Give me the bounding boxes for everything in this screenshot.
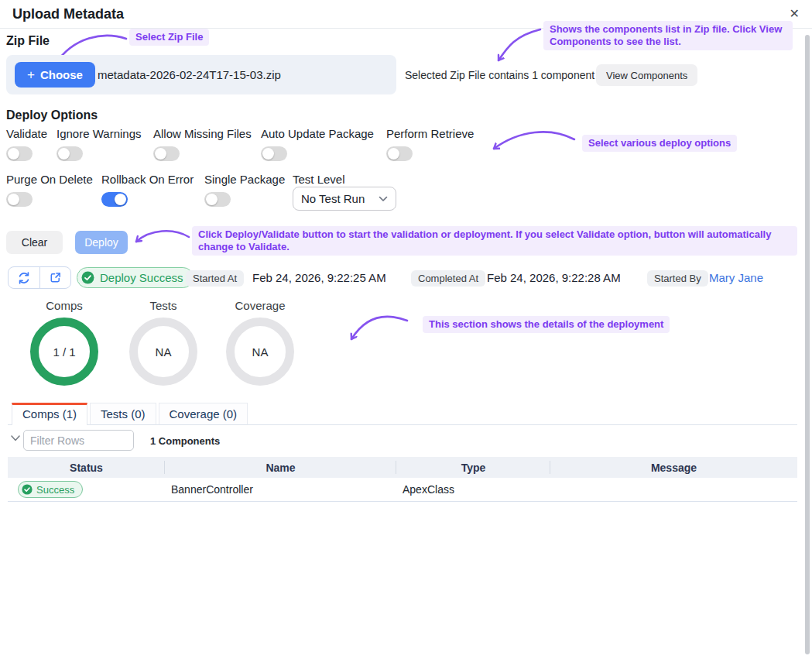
toggle-auto-update-package: Auto Update Package	[261, 127, 374, 161]
metric-value: NA	[252, 345, 269, 359]
toggle-allow-missing-files: Allow Missing Files	[153, 127, 252, 161]
tab-coverage[interactable]: Coverage (0)	[159, 403, 248, 425]
metric-label: Comps	[30, 299, 98, 312]
tests-donut: NA	[129, 318, 197, 386]
table-header: Status Name Type Message	[8, 457, 797, 478]
tab-tests[interactable]: Tests (0)	[90, 403, 156, 425]
metric-value: NA	[156, 345, 172, 359]
test-level-group: Test Level No Test Run	[293, 173, 396, 211]
selected-filename: metadata-2026-02-24T17-15-03.zip	[98, 55, 281, 94]
metric-value: 1 / 1	[53, 345, 75, 359]
column-header-message[interactable]: Message	[550, 457, 797, 478]
column-header-name[interactable]: Name	[165, 457, 396, 478]
toggle-label: Rollback On Error	[101, 173, 194, 186]
toggle-label: Ignore Warnings	[57, 127, 142, 140]
metric-label: Coverage	[226, 299, 294, 312]
type-cell: ApexClass	[396, 483, 550, 496]
coverage-donut: NA	[226, 318, 294, 386]
toggle-single-package: Single Package	[204, 173, 285, 207]
perform-retrieve-toggle[interactable]	[386, 146, 413, 161]
allow-missing-files-toggle[interactable]	[153, 146, 180, 161]
started-at-label: Started At	[186, 270, 244, 287]
name-cell: BannerController	[165, 483, 396, 496]
close-icon[interactable]: ✕	[790, 7, 800, 21]
column-header-status[interactable]: Status	[8, 457, 165, 478]
clear-button[interactable]: Clear	[6, 231, 63, 254]
filter-rows-input[interactable]	[23, 430, 134, 451]
zip-file-field: + Choose metadata-2026-02-24T17-15-03.zi…	[6, 55, 396, 94]
status-badge-label: Deploy Success	[100, 271, 183, 284]
annotation-arrow	[344, 311, 415, 345]
results-tabbar: Comps (1) Tests (0) Coverage (0)	[8, 403, 797, 425]
annotation-deploy-button: Click Deploy/Validate button to start th…	[192, 226, 797, 256]
column-header-type[interactable]: Type	[396, 457, 550, 478]
started-by-user-link[interactable]: Mary Jane	[709, 271, 763, 284]
components-count: 1 Components	[150, 435, 220, 447]
toggle-label: Validate	[6, 127, 47, 140]
toggle-purge-on-delete: Purge On Delete	[6, 173, 93, 207]
toggle-validate: Validate	[6, 127, 47, 161]
toggle-label: Allow Missing Files	[153, 127, 252, 140]
refresh-icon[interactable]	[9, 267, 39, 288]
annotation-deploy-options: Select various deploy options	[582, 135, 737, 152]
plus-icon: +	[27, 68, 35, 81]
open-external-icon[interactable]	[39, 267, 70, 288]
chevron-down-icon	[379, 196, 388, 202]
metric-tests: Tests NA	[129, 299, 197, 386]
metric-comps: Comps 1 / 1	[30, 299, 98, 386]
purge-on-delete-toggle[interactable]	[6, 192, 33, 207]
choose-file-label: Choose	[40, 68, 83, 81]
rollback-on-error-toggle[interactable]	[101, 192, 128, 207]
check-circle-icon	[22, 484, 33, 495]
annotation-select-zip: Select Zip File	[129, 29, 209, 46]
comps-donut: 1 / 1	[30, 318, 98, 386]
test-level-label: Test Level	[293, 173, 396, 186]
metric-label: Tests	[129, 299, 197, 312]
success-badge: Success	[18, 481, 83, 498]
tab-comps[interactable]: Comps (1)	[12, 403, 87, 425]
ignore-warnings-toggle[interactable]	[57, 146, 83, 161]
vertical-scrollbar[interactable]	[805, 35, 810, 654]
deploy-button[interactable]: Deploy	[75, 231, 128, 254]
validate-toggle[interactable]	[6, 146, 33, 161]
table-row[interactable]: Success BannerController ApexClass	[8, 478, 797, 502]
started-at-value: Feb 24, 2026, 9:22:25 AM	[252, 271, 386, 284]
page-title: Upload Metadata	[12, 6, 124, 22]
completed-at-label: Completed At	[411, 270, 485, 287]
annotation-details-section: This section shows the details of the de…	[423, 316, 670, 333]
toggle-rollback-on-error: Rollback On Error	[101, 173, 194, 207]
check-circle-icon	[81, 271, 94, 284]
status-cell: Success	[8, 481, 165, 498]
view-components-button[interactable]: View Components	[596, 64, 697, 86]
upload-metadata-modal: Upload Metadata ✕ Zip File Select Zip Fi…	[0, 0, 812, 666]
toggle-label: Purge On Delete	[6, 173, 93, 186]
toggle-label: Single Package	[204, 173, 285, 186]
deploy-options-heading: Deploy Options	[6, 108, 98, 122]
status-badge: Deploy Success	[77, 267, 194, 288]
choose-file-button[interactable]: + Choose	[15, 62, 95, 88]
filter-chevron-icon[interactable]	[10, 434, 21, 442]
test-level-value: No Test Run	[301, 192, 365, 205]
annotation-arrow	[128, 226, 194, 251]
toggle-label: Auto Update Package	[261, 127, 374, 140]
completed-at-value: Feb 24, 2026, 9:22:28 AM	[487, 271, 621, 284]
toggle-label: Perform Retrieve	[386, 127, 474, 140]
success-badge-label: Success	[36, 484, 74, 496]
started-by-label: Started By	[647, 270, 708, 287]
annotation-components-list: Shows the components list in Zip file. C…	[543, 21, 793, 50]
annotation-arrow	[485, 125, 582, 158]
toggle-ignore-warnings: Ignore Warnings	[57, 127, 142, 161]
test-level-select[interactable]: No Test Run	[293, 187, 396, 211]
auto-update-package-toggle[interactable]	[261, 146, 287, 161]
selected-zip-info: Selected Zip File contains 1 component	[405, 69, 594, 81]
single-package-toggle[interactable]	[204, 192, 231, 207]
toggle-perform-retrieve: Perform Retrieve	[386, 127, 474, 161]
metric-coverage: Coverage NA	[226, 299, 294, 386]
annotation-arrow	[489, 23, 551, 68]
deploy-status-toolbar	[8, 266, 71, 289]
